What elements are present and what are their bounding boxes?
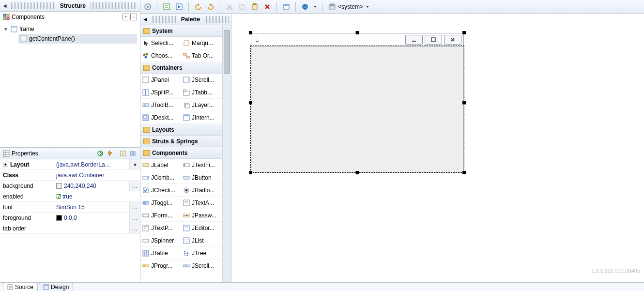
reparse-button[interactable] (174, 1, 184, 12)
palette-item-jformattedtextfield[interactable]: JForm... (140, 209, 181, 221)
collapse-left-icon[interactable]: ◄ (140, 16, 150, 23)
dropdown-icon[interactable] (365, 4, 370, 9)
palette-item-jlabel[interactable]: JLabel (140, 159, 181, 171)
palette-item-jpanel[interactable]: JPanel (140, 74, 181, 86)
palette-item-jcombobox[interactable]: JComb... (140, 171, 181, 184)
palette-item-jtoolbar[interactable]: JToolB... (140, 99, 181, 111)
source-icon (7, 284, 13, 290)
goto-definition-button[interactable] (119, 149, 127, 158)
palette-item-jinternalframe[interactable]: JIntern... (181, 111, 222, 123)
palette-panel: ◄ Palette System Selecti... Marqu... Cho… (140, 14, 231, 282)
tree-node-frame[interactable]: ▾ frame (3, 24, 137, 34)
paste-button[interactable] (249, 1, 260, 12)
design-canvas[interactable]: 1.9.1.201710100405 (231, 14, 644, 282)
palette-item-jscrollbar[interactable]: JScroll... (181, 260, 222, 272)
palette-category-layouts[interactable]: Layouts (140, 124, 222, 136)
tree-node-label: getContentPane() (29, 35, 75, 42)
palette-category-struts[interactable]: Struts & Springs (140, 136, 222, 147)
prop-row-font[interactable]: font SimSun 15 … (0, 202, 140, 213)
structure-tree[interactable]: ▾ frame getContentPane() (0, 22, 140, 147)
resize-handle[interactable] (356, 31, 359, 34)
tree-node-contentpane[interactable]: getContentPane() (18, 34, 137, 44)
undo-button[interactable] (193, 1, 203, 12)
cut-button[interactable] (224, 1, 235, 12)
collapse-left-icon[interactable]: ◄ (2, 2, 8, 9)
refresh-button[interactable] (142, 1, 153, 12)
tab-design[interactable]: Design (39, 283, 73, 291)
ellipsis-button[interactable]: … (129, 181, 140, 191)
palette-category-components[interactable]: Components (140, 147, 222, 159)
locale-dropdown-icon[interactable] (312, 1, 318, 12)
convert-button[interactable] (128, 149, 137, 158)
palette-category-containers[interactable]: Containers (140, 62, 222, 74)
palette-item-jradiobutton[interactable]: JRadio... (181, 184, 222, 196)
prop-row-layout[interactable]: +Layout (java.awt.BorderLa... ▾ (0, 159, 140, 170)
close-button[interactable] (444, 35, 461, 45)
palette-item-jcheckbox[interactable]: JCheck... (140, 184, 181, 196)
palette-item-jtable[interactable]: JTable (140, 247, 181, 259)
preview-button[interactable] (281, 1, 291, 12)
palette-item-jtextarea[interactable]: JTextA... (181, 197, 222, 209)
prop-row-background[interactable]: background 240,240,240 … (0, 181, 140, 191)
ellipsis-button[interactable]: … (129, 213, 140, 223)
copy-button[interactable] (237, 1, 247, 12)
palette-category-system[interactable]: System (140, 25, 222, 37)
palette-item-jlayeredpane[interactable]: JLayer... (181, 99, 222, 111)
palette-item-jtextpane[interactable]: JTextP... (140, 222, 181, 234)
palette-item-marquee[interactable]: Marqu... (181, 37, 222, 49)
palette-item-jsplitpane[interactable]: JSplitP... (140, 86, 181, 98)
frame-preview[interactable] (251, 33, 464, 172)
show-advanced-button[interactable] (96, 149, 105, 158)
tab-source[interactable]: Source (3, 283, 38, 291)
properties-grid[interactable]: +Layout (java.awt.BorderLa... ▾ Class ja… (0, 159, 140, 282)
test-button[interactable] (161, 1, 172, 12)
palette-item-jbutton[interactable]: JButton (181, 171, 222, 184)
folder-icon (143, 127, 150, 133)
tree-twisty-icon[interactable]: ▾ (3, 26, 9, 32)
palette-scrollbar[interactable] (222, 25, 231, 282)
prop-row-taborder[interactable]: tab order … (0, 223, 140, 234)
palette-item-jeditorpane[interactable]: JEditor... (181, 222, 222, 234)
palette-item-jdesktoppane[interactable]: JDeskt... (140, 111, 181, 123)
palette-item-jtabbedpane[interactable]: JTabb... (181, 86, 222, 98)
palette-item-jscrollpane[interactable]: JScroll... (181, 74, 222, 86)
resize-handle[interactable] (462, 101, 466, 105)
frame-contentpane[interactable] (251, 46, 464, 172)
scrollbar-thumb[interactable] (224, 30, 230, 74)
redo-button[interactable] (205, 1, 216, 12)
resize-handle[interactable] (356, 171, 359, 174)
palette-item-jtree[interactable]: JTree (181, 247, 222, 259)
tabbedpane-icon (183, 89, 190, 96)
resize-handle[interactable] (462, 171, 466, 174)
palette-item-selection[interactable]: Selecti... (140, 37, 181, 49)
palette-item-jprogressbar[interactable]: JProgr... (140, 260, 181, 272)
collapse-all-button[interactable]: − (130, 14, 137, 20)
prop-row-foreground[interactable]: foreground 0,0,0 … (0, 213, 140, 223)
show-events-button[interactable] (106, 149, 114, 158)
maximize-button[interactable] (425, 35, 442, 45)
prop-row-class[interactable]: Class java.awt.Container (0, 170, 140, 181)
palette-item-jpasswordfield[interactable]: JPassw... (181, 209, 222, 221)
prop-row-enabled[interactable]: enabled ☑true (0, 191, 140, 202)
dropdown-icon[interactable]: ▾ (129, 159, 140, 169)
palette-list[interactable]: System Selecti... Marqu... Choos... Tab … (140, 25, 222, 282)
externalize-button[interactable] (300, 1, 310, 12)
properties-icon (3, 150, 10, 157)
palette-item-choose[interactable]: Choos... (140, 49, 181, 61)
svg-rect-14 (133, 152, 135, 155)
resize-handle[interactable] (249, 31, 252, 34)
resize-handle[interactable] (249, 101, 252, 105)
ellipsis-button[interactable]: … (129, 202, 140, 212)
laf-combo[interactable]: <system> (326, 3, 372, 11)
delete-button[interactable] (262, 1, 273, 12)
palette-item-taborder[interactable]: Tab Or... (181, 49, 222, 61)
ellipsis-button[interactable]: … (129, 223, 140, 233)
palette-item-jspinner[interactable]: JSpinner (140, 234, 181, 246)
minimize-button[interactable] (405, 35, 423, 45)
resize-handle[interactable] (462, 31, 466, 34)
resize-handle[interactable] (249, 171, 252, 174)
palette-item-jtextfield[interactable]: JTextFi... (181, 159, 222, 171)
palette-item-jlist[interactable]: JList (181, 234, 222, 246)
palette-item-jtogglebutton[interactable]: JToggl... (140, 197, 181, 209)
expand-all-button[interactable]: + (123, 14, 129, 20)
